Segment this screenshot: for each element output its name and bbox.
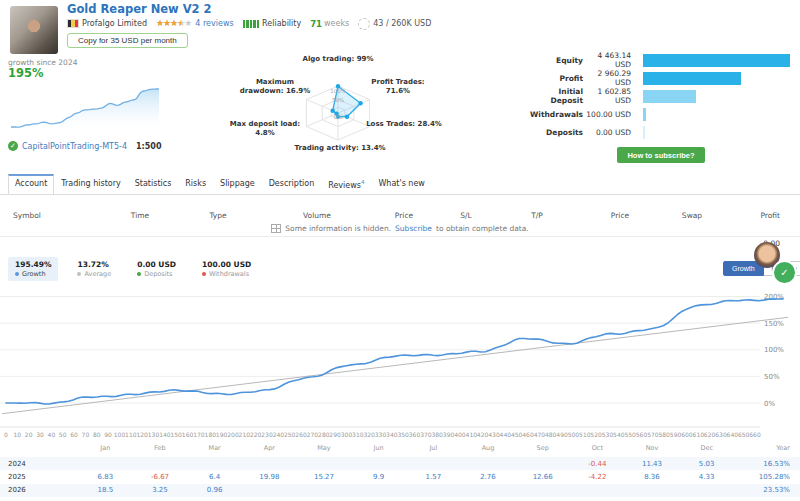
strip-item-deposits[interactable]: 0.00 USDDeposits bbox=[130, 257, 183, 281]
strip-item-average[interactable]: 13.72%Average bbox=[70, 257, 118, 281]
x-tick: 80 bbox=[93, 431, 101, 438]
year-total-cell: 16.53% bbox=[734, 460, 800, 468]
author-avatar[interactable] bbox=[10, 6, 58, 54]
orders-column-2: Type bbox=[209, 211, 226, 220]
month-cell: 4.33 bbox=[679, 473, 734, 481]
month-label: Feb bbox=[133, 444, 188, 452]
tab-statistics[interactable]: Statistics bbox=[128, 174, 179, 195]
author-name[interactable]: Profalgo Limited bbox=[82, 19, 147, 28]
tab-badge: 4 bbox=[361, 179, 365, 185]
orders-column-3: Volume bbox=[303, 211, 331, 220]
stat-row-deposits: Deposits0.00 USD bbox=[530, 124, 798, 140]
subscribers-stat: 43 / 260K USD bbox=[373, 19, 431, 28]
stat-value: 2 960.29 USD bbox=[583, 69, 643, 87]
x-tick: 600 bbox=[681, 431, 692, 438]
x-tick: 20 bbox=[25, 431, 33, 438]
tab-slippage[interactable]: Slippage bbox=[213, 174, 262, 195]
strip-item-growth[interactable]: 195.49%Growth bbox=[8, 257, 58, 281]
x-tick: 30 bbox=[36, 431, 44, 438]
strip-item-withdrawals[interactable]: 100.00 USDWithdrawals bbox=[195, 257, 258, 281]
y-axis-label: 100% bbox=[764, 346, 784, 354]
x-tick: 460 bbox=[522, 431, 533, 438]
orders-header-row: SymbolTimeTypeVolumePriceS/LT/PPriceSwap… bbox=[0, 211, 800, 222]
table-row-2024: 2024-0.4411.435.0316.53% bbox=[0, 457, 800, 470]
x-tick: 340 bbox=[386, 431, 397, 438]
leverage-value: 1:500 bbox=[136, 142, 161, 151]
tab-reviews[interactable]: Reviews4 bbox=[321, 174, 371, 195]
orders-column-5: S/L bbox=[460, 211, 471, 220]
radar-label-1: Profit Trades:71.6% bbox=[371, 78, 424, 95]
reviews-link[interactable]: 4 reviews bbox=[195, 19, 233, 28]
month-label: May bbox=[297, 444, 352, 452]
stat-bar bbox=[643, 126, 645, 139]
x-tick: 500 bbox=[568, 431, 579, 438]
tab-account[interactable]: Account bbox=[8, 174, 54, 195]
x-tick: 360 bbox=[409, 431, 420, 438]
strip-label: Deposits bbox=[144, 270, 172, 278]
x-tick: 610 bbox=[693, 431, 704, 438]
x-tick: 550 bbox=[624, 431, 635, 438]
x-tick: 280 bbox=[318, 431, 329, 438]
radar-ring-label: 100% bbox=[330, 88, 346, 94]
stat-label: Initial Deposit bbox=[530, 87, 583, 105]
x-tick: 530 bbox=[602, 431, 613, 438]
month-cell: -4.22 bbox=[570, 473, 625, 481]
orders-column-6: T/P bbox=[531, 211, 543, 220]
month-label: Aug bbox=[461, 444, 516, 452]
x-tick: 0 bbox=[4, 431, 8, 438]
x-tick: 380 bbox=[431, 431, 442, 438]
x-tick: 230 bbox=[261, 431, 272, 438]
x-axis-ticks: 0102030405060708090100110120130140150160… bbox=[0, 431, 800, 440]
x-tick: 330 bbox=[375, 431, 386, 438]
month-label: Sep bbox=[515, 444, 570, 452]
star-rating-fill: ★★★★★ bbox=[156, 19, 181, 28]
how-to-subscribe-button[interactable]: How to subscribe? bbox=[617, 147, 705, 163]
stat-bar bbox=[643, 72, 741, 85]
x-tick: 290 bbox=[329, 431, 340, 438]
stat-label: Withdrawals bbox=[530, 110, 583, 119]
growth-value: 195% bbox=[8, 66, 44, 80]
x-tick: 140 bbox=[159, 431, 170, 438]
x-tick: 620 bbox=[704, 431, 715, 438]
radar-label-line: Loss Trades: 28.4% bbox=[366, 120, 442, 128]
month-label: Dec bbox=[679, 444, 734, 452]
stat-bar bbox=[643, 90, 696, 103]
y-axis-label: 150% bbox=[764, 320, 784, 328]
copy-signal-button[interactable]: Copy for 35 USD per month bbox=[67, 33, 188, 48]
radar-label-line: Maximum bbox=[256, 78, 294, 86]
x-tick: 370 bbox=[420, 431, 431, 438]
tab-what-s-new[interactable]: What's new bbox=[371, 174, 431, 195]
x-tick: 570 bbox=[647, 431, 658, 438]
month-label: Oct bbox=[570, 444, 625, 452]
strip-label-row: Withdrawals bbox=[202, 270, 251, 278]
weeks-label: weeks bbox=[324, 19, 349, 28]
x-tick: 540 bbox=[613, 431, 624, 438]
month-label: Apr bbox=[242, 444, 297, 452]
subscribe-link[interactable]: Subscribe bbox=[395, 224, 432, 233]
month-label: Jul bbox=[406, 444, 461, 452]
year-column-label: Year bbox=[734, 444, 800, 452]
chat-widget-badge[interactable]: ✓ bbox=[772, 260, 797, 285]
radar-label-line2: 4.8% bbox=[255, 129, 274, 137]
strip-dot bbox=[77, 272, 81, 276]
account-name-link[interactable]: CapitalPointTrading-MT5-4 bbox=[22, 142, 127, 151]
month-cell: 3.25 bbox=[133, 486, 188, 494]
year-total-cell: 23.53% bbox=[734, 486, 800, 494]
x-tick: 490 bbox=[556, 431, 567, 438]
month-label: Jan bbox=[78, 444, 133, 452]
month-cell: 18.5 bbox=[78, 486, 133, 494]
account-stats: Equity4 463.14 USDProfit2 960.29 USDInit… bbox=[530, 52, 798, 163]
stat-row-initial-deposit: Initial Deposit1 602.85 USD bbox=[530, 88, 798, 104]
tab-risks[interactable]: Risks bbox=[178, 174, 213, 195]
x-tick: 120 bbox=[136, 431, 147, 438]
x-tick: 110 bbox=[125, 431, 136, 438]
x-tick: 170 bbox=[193, 431, 204, 438]
month-cell: 19.98 bbox=[242, 473, 297, 481]
tab-trading-history[interactable]: Trading history bbox=[54, 174, 127, 195]
x-tick: 520 bbox=[590, 431, 601, 438]
strip-value: 100.00 USD bbox=[202, 260, 251, 270]
x-tick: 510 bbox=[579, 431, 590, 438]
x-tick: 60 bbox=[70, 431, 78, 438]
radar-ring-label: 50% bbox=[332, 97, 344, 103]
tab-description[interactable]: Description bbox=[262, 174, 322, 195]
